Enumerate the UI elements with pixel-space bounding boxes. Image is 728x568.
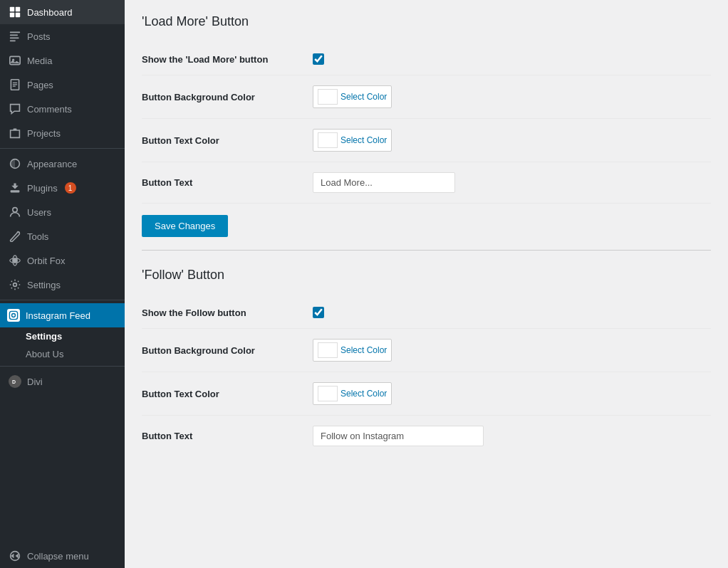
- users-icon: [9, 206, 21, 219]
- svg-rect-0: [10, 7, 14, 11]
- sidebar-item-users[interactable]: Users: [0, 200, 125, 224]
- sidebar-item-plugins[interactable]: Plugins 1: [0, 176, 125, 200]
- load-more-section: 'Load More' Button Show the 'Load More' …: [142, 14, 711, 243]
- svg-rect-13: [13, 86, 16, 87]
- load-more-text-color-row: Button Text Color Select Color: [142, 119, 711, 162]
- load-more-button-text-input[interactable]: [313, 172, 455, 193]
- follow-button-text-label: Button Text: [142, 431, 313, 441]
- svg-rect-8: [10, 56, 20, 64]
- divi-icon: D: [9, 375, 21, 388]
- plugins-icon: [9, 182, 21, 194]
- svg-point-22: [12, 314, 16, 317]
- sidebar-collapse[interactable]: Collapse menu: [0, 544, 125, 568]
- load-more-button-text-row: Button Text: [142, 162, 711, 204]
- sidebar-item-orbitfox[interactable]: Orbit Fox: [0, 248, 125, 273]
- sidebar-item-media[interactable]: Media: [0, 48, 125, 73]
- posts-icon: [9, 30, 21, 43]
- sidebar-item-label: Settings: [27, 280, 61, 290]
- collapse-icon: [9, 549, 21, 562]
- sidebar-item-divi[interactable]: D Divi: [0, 369, 125, 394]
- load-more-title: 'Load More' Button: [142, 14, 711, 29]
- instagram-icon: [7, 309, 20, 322]
- sidebar-item-label: Plugins: [27, 183, 58, 194]
- follow-text-color-label: Button Text Color: [142, 389, 313, 399]
- load-more-bg-control: Select Color: [313, 85, 392, 108]
- follow-text-color-control: Select Color: [313, 382, 392, 405]
- show-load-more-checkbox[interactable]: [313, 53, 324, 65]
- sidebar-item-label: Comments: [27, 104, 72, 115]
- show-load-more-control: [313, 53, 324, 65]
- svg-rect-15: [11, 190, 20, 192]
- sidebar-item-pages[interactable]: Pages: [0, 73, 125, 97]
- load-more-text-color-btn-label: Select Color: [340, 135, 387, 145]
- sidebar-item-posts[interactable]: Posts: [0, 24, 125, 48]
- load-more-text-swatch: [318, 132, 338, 148]
- follow-text-swatch: [318, 386, 338, 401]
- dashboard-icon: [9, 6, 21, 19]
- sidebar-item-dashboard[interactable]: Dashboard: [0, 0, 125, 24]
- sidebar-item-instagram-feed[interactable]: Instagram Feed: [0, 303, 125, 327]
- load-more-bg-swatch: [318, 89, 338, 105]
- svg-rect-3: [16, 13, 20, 17]
- follow-text-color-btn[interactable]: Select Color: [313, 382, 392, 405]
- load-more-bg-label: Button Background Color: [142, 92, 313, 102]
- sidebar-item-label: Pages: [27, 80, 53, 90]
- instagram-feed-submenu: Settings About Us: [0, 327, 125, 363]
- sidebar-item-projects[interactable]: Projects: [0, 121, 125, 145]
- sidebar-item-appearance[interactable]: Appearance: [0, 152, 125, 176]
- follow-button-text-control: [313, 426, 484, 446]
- sidebar-item-label: Posts: [27, 31, 51, 42]
- follow-bg-color-label: Select Color: [340, 345, 387, 355]
- follow-button-text-row: Button Text: [142, 416, 711, 456]
- svg-rect-12: [13, 84, 17, 85]
- svg-rect-2: [10, 13, 14, 17]
- sidebar-divider-3: [0, 366, 125, 367]
- sidebar-item-label: Projects: [27, 128, 61, 139]
- show-follow-row: Show the Follow button: [142, 297, 711, 329]
- appearance-icon: [9, 157, 21, 170]
- sidebar-item-settings[interactable]: Settings: [0, 273, 125, 297]
- submenu-about-us[interactable]: About Us: [0, 345, 125, 363]
- load-more-text-color-control: Select Color: [313, 129, 392, 152]
- svg-rect-7: [10, 41, 16, 42]
- sidebar-divider: [0, 148, 125, 149]
- svg-rect-11: [13, 83, 17, 83]
- follow-text-color-row: Button Text Color Select Color: [142, 372, 711, 416]
- sidebar-item-label: Divi: [27, 377, 43, 387]
- sidebar-item-label: Instagram Feed: [26, 310, 90, 321]
- follow-text-color-btn-label: Select Color: [340, 389, 387, 399]
- load-more-bg-color-btn[interactable]: Select Color: [313, 85, 392, 108]
- sidebar: Dashboard Posts Media Pages Comments Pro…: [0, 0, 125, 568]
- sidebar-item-label: Dashboard: [27, 7, 73, 18]
- comments-icon: [9, 102, 21, 115]
- tools-icon: [9, 230, 21, 243]
- load-more-text-color-btn[interactable]: Select Color: [313, 129, 392, 152]
- save-changes-button[interactable]: Save Changes: [142, 215, 228, 237]
- svg-rect-6: [10, 38, 19, 39]
- sidebar-item-comments[interactable]: Comments: [0, 97, 125, 121]
- main-content: 'Load More' Button Show the 'Load More' …: [125, 0, 728, 568]
- follow-bg-color-btn[interactable]: Select Color: [313, 339, 392, 362]
- load-more-bg-color-label: Select Color: [340, 92, 387, 102]
- svg-rect-1: [16, 7, 20, 11]
- collapse-label: Collapse menu: [27, 551, 89, 562]
- svg-point-17: [13, 258, 17, 263]
- show-follow-control: [313, 307, 324, 318]
- projects-icon: [9, 127, 21, 140]
- show-follow-checkbox[interactable]: [313, 307, 324, 318]
- svg-point-16: [13, 208, 17, 212]
- save-changes-container: Save Changes: [142, 204, 711, 243]
- sidebar-item-tools[interactable]: Tools: [0, 224, 125, 248]
- follow-title: 'Follow' Button: [142, 268, 711, 283]
- settings-icon: [9, 278, 21, 291]
- follow-bg-swatch: [318, 342, 338, 358]
- svg-rect-5: [10, 35, 18, 36]
- svg-text:D: D: [12, 379, 16, 384]
- sidebar-item-label: Tools: [27, 231, 48, 242]
- sidebar-item-label: Orbit Fox: [27, 256, 65, 266]
- sidebar-item-label: Appearance: [27, 159, 77, 169]
- follow-button-text-input[interactable]: [313, 426, 484, 446]
- submenu-settings[interactable]: Settings: [0, 327, 125, 345]
- show-follow-label: Show the Follow button: [142, 307, 313, 318]
- section-divider: [142, 250, 711, 251]
